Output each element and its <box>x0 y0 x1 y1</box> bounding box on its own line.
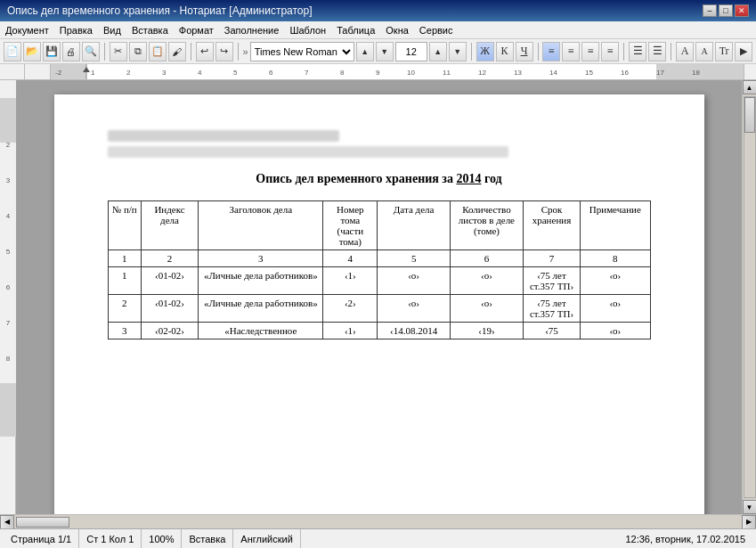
menu-windows[interactable]: Окна <box>380 23 414 37</box>
maximize-button[interactable]: □ <box>719 4 733 17</box>
svg-text:17: 17 <box>656 69 664 77</box>
menu-insert[interactable]: Вставка <box>126 23 174 37</box>
copy-button[interactable]: ⧉ <box>129 42 147 61</box>
cell-sheets-1: ‹о› <box>451 267 524 295</box>
menu-document[interactable]: Документ <box>0 23 54 37</box>
num-list-button[interactable]: ☰ <box>648 42 666 61</box>
undo-button[interactable]: ↩ <box>196 42 214 61</box>
menu-fill[interactable]: Заполнение <box>219 23 285 37</box>
open-button[interactable]: 📂 <box>23 42 41 61</box>
h-scroll: ◀ ▶ <box>0 514 756 528</box>
svg-text:18: 18 <box>692 69 700 77</box>
menu-format[interactable]: Формат <box>174 23 219 37</box>
status-zoom: 100% <box>142 529 182 548</box>
preview-button[interactable]: 🔍 <box>82 42 100 61</box>
cell-storage-2: ‹75 лет ст.357 ТП› <box>523 295 580 323</box>
special-btn[interactable]: Tr <box>715 42 733 61</box>
font-down-button[interactable]: ▼ <box>376 42 394 61</box>
status-mode: Вставка <box>182 529 233 548</box>
scroll-up-button[interactable]: ▲ <box>743 80 757 94</box>
svg-text:-2: -2 <box>55 69 62 77</box>
svg-text:3: 3 <box>162 69 167 77</box>
menu-table[interactable]: Таблица <box>331 23 380 37</box>
header-blurred <box>108 130 651 158</box>
align-right-button[interactable]: ≡ <box>581 42 599 61</box>
save-button[interactable]: 💾 <box>43 42 61 61</box>
main-area: 1 2 3 4 5 6 7 8 Опись дел временного хра… <box>0 80 756 514</box>
menu-template[interactable]: Шаблон <box>284 23 331 37</box>
table-row: 2 ‹01-02› «Личные дела работников» ‹2› ‹… <box>108 295 650 323</box>
window-controls: – □ ✕ <box>703 4 749 17</box>
cut-button[interactable]: ✂ <box>110 42 127 61</box>
bold-button[interactable]: Ж <box>476 42 494 61</box>
font-select-arrow: » <box>243 46 248 57</box>
close-button[interactable]: ✕ <box>735 4 749 17</box>
size-up-button[interactable]: ▲ <box>429 42 447 61</box>
align-justify-button[interactable]: ≡ <box>601 42 619 61</box>
redo-button[interactable]: ↪ <box>215 42 233 61</box>
separator-4 <box>471 43 472 61</box>
menu-service[interactable]: Сервис <box>414 23 459 37</box>
scroll-area[interactable]: Опись дел временного хранения за 2014 го… <box>16 80 742 514</box>
minimize-button[interactable]: – <box>703 4 717 17</box>
cell-vol-3: ‹1› <box>323 323 378 339</box>
font-size-input[interactable]: 12 <box>395 42 427 61</box>
underline-button[interactable]: Ч <box>516 42 533 61</box>
header-index: Индекс дела <box>141 201 198 250</box>
more-button[interactable]: ▶ <box>735 42 752 61</box>
svg-rect-25 <box>0 98 16 143</box>
table-row: 1 ‹01-02› «Личные дела работников» ‹1› ‹… <box>108 267 650 295</box>
svg-text:12: 12 <box>478 69 486 77</box>
status-page: Страница 1/1 <box>4 529 79 548</box>
cell-title-1: «Личные дела работников» <box>199 267 323 295</box>
menu-edit[interactable]: Правка <box>54 23 98 37</box>
cell-num-1: 1 <box>108 267 141 295</box>
align-center-button[interactable]: ≡ <box>562 42 580 61</box>
blur-line-2 <box>108 146 508 158</box>
font-up-button[interactable]: ▲ <box>356 42 374 61</box>
header-title: Заголовок дела <box>199 201 323 250</box>
h-scroll-thumb[interactable] <box>16 517 69 528</box>
font-size-btn2[interactable]: A <box>695 42 713 61</box>
document-page: Опись дел временного хранения за 2014 го… <box>54 94 704 514</box>
svg-text:9: 9 <box>376 69 380 77</box>
svg-rect-2 <box>656 64 744 79</box>
svg-text:5: 5 <box>233 69 238 77</box>
print-button[interactable]: 🖨 <box>62 42 80 61</box>
size-down-button[interactable]: ▼ <box>449 42 467 61</box>
svg-rect-0 <box>51 64 744 79</box>
font-selector[interactable]: Times New Roman <box>250 42 354 61</box>
subheader-6: 6 <box>451 250 524 267</box>
cell-num-3: 3 <box>108 323 141 339</box>
h-scroll-track[interactable] <box>14 516 742 528</box>
cell-index-1: ‹01-02› <box>141 267 198 295</box>
font-color-button[interactable]: A <box>676 42 694 61</box>
title-year: 2014 <box>456 172 481 185</box>
scroll-down-button[interactable]: ▼ <box>743 500 757 514</box>
toolbar: 📄 📂 💾 🖨 🔍 ✂ ⧉ 📋 🖌 ↩ ↪ » Times New Roman … <box>0 39 756 64</box>
svg-text:8: 8 <box>6 355 11 363</box>
header-sheets: Количество листов в деле (томе) <box>451 201 524 250</box>
list-button[interactable]: ☰ <box>629 42 646 61</box>
svg-text:1: 1 <box>91 69 95 77</box>
ruler: // This won't execute in SVG context, dr… <box>0 64 756 80</box>
new-button[interactable]: 📄 <box>4 42 21 61</box>
scroll-track[interactable] <box>744 96 756 498</box>
svg-text:11: 11 <box>443 69 451 77</box>
italic-button[interactable]: К <box>496 42 514 61</box>
scroll-right-button[interactable]: ▶ <box>742 515 756 529</box>
menu-view[interactable]: Вид <box>98 23 126 37</box>
subheader-1: 1 <box>108 250 141 267</box>
svg-text:14: 14 <box>549 69 557 77</box>
scroll-thumb[interactable] <box>744 97 755 133</box>
format-paint-button[interactable]: 🖌 <box>168 42 186 61</box>
scroll-left-button[interactable]: ◀ <box>0 515 14 529</box>
separator-6 <box>623 43 624 61</box>
paste-button[interactable]: 📋 <box>149 42 167 61</box>
svg-text:3: 3 <box>6 176 11 184</box>
align-left-button[interactable]: ≡ <box>542 42 560 61</box>
title-text-end: год <box>481 172 501 185</box>
svg-text:2: 2 <box>126 69 131 77</box>
cell-index-3: ‹02-02› <box>141 323 198 339</box>
svg-text:6: 6 <box>6 283 11 291</box>
